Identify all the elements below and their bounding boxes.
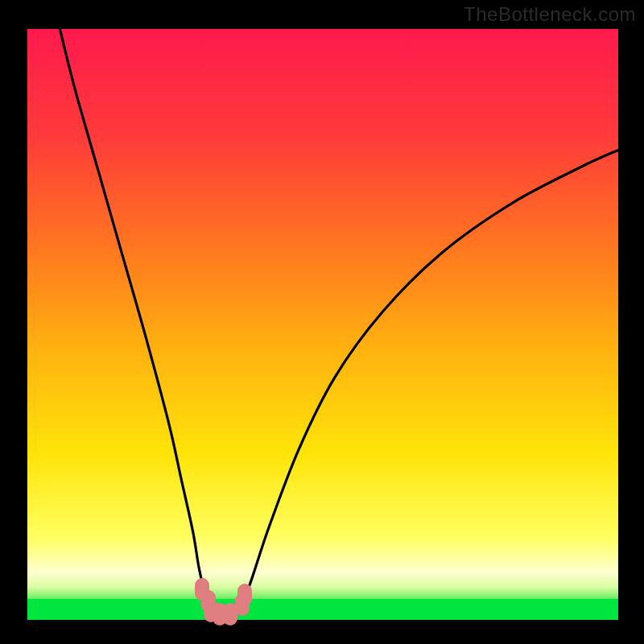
- left-curve: [60, 29, 217, 613]
- watermark-text: TheBottleneck.com: [464, 3, 636, 26]
- stage: TheBottleneck.com: [0, 0, 644, 644]
- right-curve: [237, 150, 618, 613]
- bottleneck-curves: [27, 29, 618, 620]
- link-dot: [237, 584, 252, 606]
- plot-area: [27, 29, 618, 620]
